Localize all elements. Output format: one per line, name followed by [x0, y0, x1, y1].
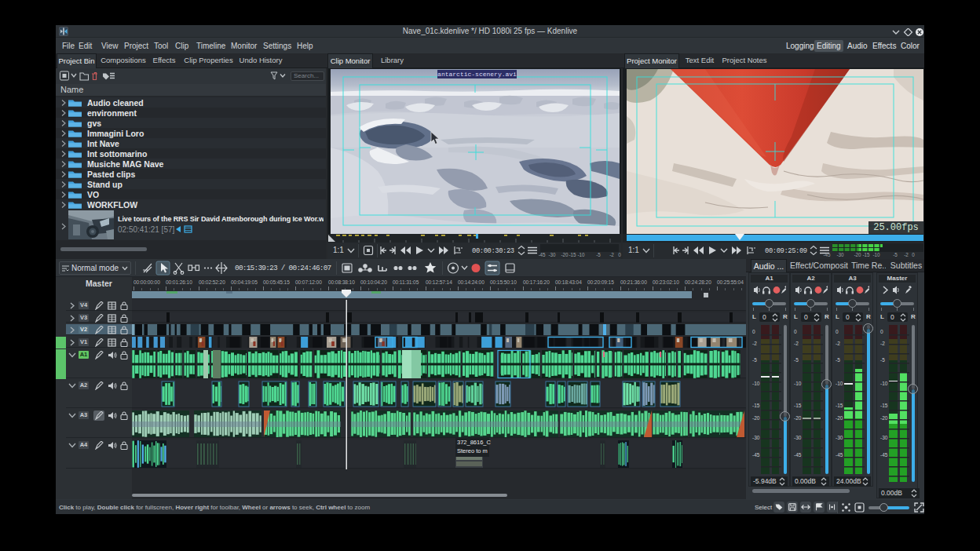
svg-text:00:25:55:04: 00:25:55:04	[717, 279, 744, 285]
svg-text:00:05:45:15: 00:05:45:15	[263, 279, 290, 285]
svg-text:00:14:24:00: 00:14:24:00	[458, 279, 485, 285]
svg-text:-2: -2	[609, 252, 614, 257]
svg-text:00:15:50:10: 00:15:50:10	[490, 279, 517, 285]
svg-text:-5: -5	[893, 252, 898, 257]
svg-text:-30: -30	[548, 252, 556, 257]
svg-text:00:07:12:00: 00:07:12:00	[295, 279, 322, 285]
svg-text:-15: -15	[862, 252, 870, 257]
svg-text:0: 0	[618, 252, 621, 257]
svg-text:00:04:19:05: 00:04:19:05	[231, 279, 258, 285]
svg-text:00:17:16:20: 00:17:16:20	[523, 279, 550, 285]
svg-text:-45: -45	[539, 252, 546, 257]
svg-text:00:21:36:00: 00:21:36:00	[620, 279, 647, 285]
svg-text:00:01:26:10: 00:01:26:10	[166, 279, 192, 285]
svg-text:-10: -10	[872, 252, 880, 257]
svg-text:-2: -2	[904, 252, 909, 257]
svg-text:-5: -5	[596, 252, 601, 257]
svg-text:-30: -30	[836, 252, 844, 257]
svg-text:-20: -20	[561, 252, 569, 257]
svg-text:-15: -15	[569, 252, 576, 257]
svg-text:00:20:09:15: 00:20:09:15	[587, 279, 614, 285]
svg-text:00:23:02:10: 00:23:02:10	[653, 279, 679, 285]
svg-text:00:02:52:20: 00:02:52:20	[199, 279, 225, 285]
svg-text:00:11:31:05: 00:11:31:05	[393, 279, 419, 285]
svg-text:00:10:04:20: 00:10:04:20	[360, 279, 387, 285]
svg-text:-45: -45	[823, 252, 831, 257]
svg-text:00:00:00:00: 00:00:00:00	[133, 279, 160, 285]
svg-text:-20: -20	[854, 252, 861, 257]
svg-text:00:12:57:14: 00:12:57:14	[426, 279, 452, 285]
svg-text:0: 0	[912, 252, 915, 257]
svg-text:00:18:43:04: 00:18:43:04	[555, 279, 582, 285]
svg-text:00:08:38:10: 00:08:38:10	[328, 279, 355, 285]
svg-text:-10: -10	[577, 252, 585, 257]
svg-text:00:24:28:20: 00:24:28:20	[685, 279, 711, 285]
